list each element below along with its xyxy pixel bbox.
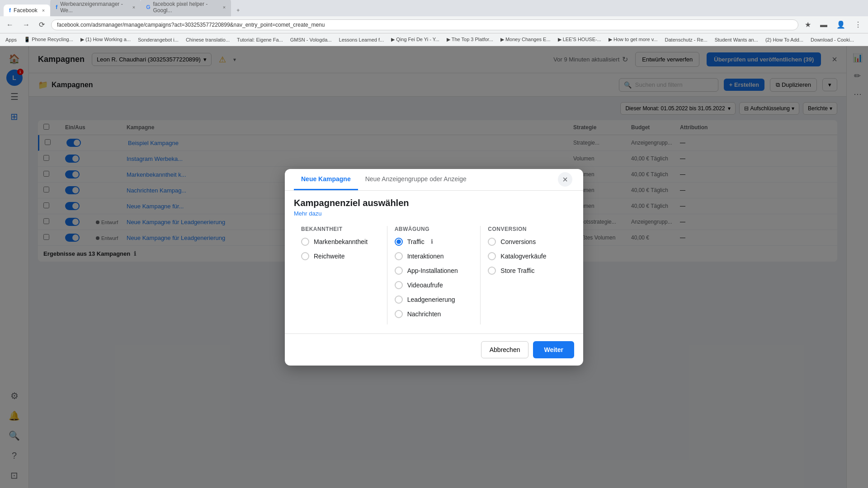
modal-title: Kampagnenziel auswählen <box>294 198 574 208</box>
menu-btn[interactable]: ⋮ <box>852 19 864 30</box>
modal-header-inner: Kampagnenziel auswählen Mehr dazu <box>294 198 574 217</box>
option-app-installationen[interactable]: App-Installationen <box>395 267 473 275</box>
bookmark-4[interactable]: Chinese translatio... <box>184 36 231 43</box>
bookmark-15[interactable]: (2) How To Add... <box>764 36 805 43</box>
new-tab-btn[interactable]: + <box>231 5 245 16</box>
radio-interaktionen[interactable] <box>395 252 403 260</box>
bookmark-9[interactable]: ▶ The Top 3 Platfor... <box>445 36 495 43</box>
address-bar-row: ← → ⟳ facebook.com/adsmanager/manage/cam… <box>0 16 868 33</box>
leadgenerierung-label: Leadgenerierung <box>407 296 455 303</box>
modal-body: Bekanntheit Markenbekanntheit Reichweite… <box>285 217 583 333</box>
tab-close-facebook[interactable]: × <box>42 8 45 13</box>
modal-overlay: Neue Kampagne Neue Anzeigengruppe oder A… <box>0 46 868 488</box>
weiter-btn[interactable]: Weiter <box>533 341 574 358</box>
option-store-traffic[interactable]: Store Traffic <box>488 267 567 275</box>
bookmark-1[interactable]: 📱 Phone Recycling... <box>22 36 75 43</box>
tab-pixel-helper[interactable]: G facebook pixel helper - Googl... × <box>141 0 231 16</box>
modal-footer: Abbrechen Weiter <box>285 333 583 366</box>
traffic-label: Traffic <box>407 238 425 245</box>
tab-close-ads[interactable]: × <box>132 5 135 10</box>
address-bar[interactable]: facebook.com/adsmanager/manage/campaigns… <box>51 19 798 30</box>
bookmark-12[interactable]: ▶ How to get more v... <box>607 36 660 43</box>
page: 🏠 L 1 ☰ ⊞ ⚙ 🔔 🔍 ? ⊡ Kampagnen Leon R. Ch… <box>0 46 868 488</box>
modal-close-btn[interactable]: × <box>558 172 572 187</box>
modal-tabs: Neue Kampagne Neue Anzeigengruppe oder A… <box>285 169 583 191</box>
tab-facebook[interactable]: f Facebook × <box>4 5 50 16</box>
address-text: facebook.com/adsmanager/manage/campaigns… <box>57 22 325 28</box>
bookmark-2[interactable]: ▶ (1) How Working a... <box>79 36 132 43</box>
star-btn[interactable]: ★ <box>802 19 814 30</box>
bookmark-7[interactable]: Lessons Learned f... <box>337 36 386 43</box>
radio-nachrichten[interactable] <box>395 310 403 318</box>
google-favicon: G <box>146 4 150 10</box>
extensions-btn[interactable]: ▬ <box>817 20 830 30</box>
forward-btn[interactable]: → <box>20 20 33 30</box>
nachrichten-label: Nachrichten <box>407 310 441 318</box>
bookmark-10[interactable]: ▶ Money Changes E... <box>499 36 552 43</box>
katalogverkaufe-label: Katalogverkäufe <box>500 253 546 260</box>
radio-videoaufrufe[interactable] <box>395 281 403 289</box>
radio-traffic[interactable] <box>395 238 403 246</box>
radio-app-installationen[interactable] <box>395 267 403 275</box>
radio-leadgenerierung[interactable] <box>395 296 403 304</box>
markenbekanntheit-label: Markenbekanntheit <box>314 238 368 245</box>
videoaufrufe-label: Videoaufrufe <box>407 282 443 289</box>
option-markenbekanntheit[interactable]: Markenbekanntheit <box>301 238 380 246</box>
app-installationen-label: App-Installationen <box>407 267 458 274</box>
tab-anzeigengruppe[interactable]: Neue Anzeigengruppe oder Anzeige <box>358 169 474 190</box>
bookmark-3[interactable]: Sonderangebot i... <box>136 36 180 43</box>
profile-btn[interactable]: 👤 <box>834 19 848 30</box>
option-nachrichten[interactable]: Nachrichten <box>395 310 473 318</box>
radio-reichweite[interactable] <box>301 252 309 260</box>
bookmark-8[interactable]: ▶ Qing Fei De Yi - Y... <box>389 36 441 43</box>
tab-pixel-label: facebook pixel helper - Googl... <box>153 1 218 14</box>
tab-close-pixel[interactable]: × <box>223 5 226 10</box>
tab-facebook-label: Facebook <box>14 7 38 14</box>
tab-neue-kampagne[interactable]: Neue Kampagne <box>294 169 358 190</box>
option-videoaufrufe[interactable]: Videoaufrufe <box>395 281 473 289</box>
bookmark-6[interactable]: GMSN - Vologda... <box>288 36 334 43</box>
tab-ads-manager[interactable]: f Werbeanzeigenmanager - We... × <box>50 0 141 16</box>
cancel-btn[interactable]: Abbrechen <box>481 341 529 358</box>
category-bekanntheit: Bekanntheit Markenbekanntheit Reichweite <box>294 226 387 324</box>
option-reichweite[interactable]: Reichweite <box>301 252 380 260</box>
bookmark-5[interactable]: Tutorial: Eigene Fa... <box>235 36 285 43</box>
radio-katalogverkaufe[interactable] <box>488 252 496 260</box>
option-traffic[interactable]: Traffic ℹ <box>395 238 473 246</box>
fb-favicon: f <box>56 4 57 10</box>
bookmarks-bar: Apps 📱 Phone Recycling... ▶ (1) How Work… <box>0 33 868 46</box>
bekanntheit-title: Bekanntheit <box>301 226 380 232</box>
tab-bar: f Facebook × f Werbeanzeigenmanager - We… <box>0 0 868 16</box>
conversions-label: Conversions <box>500 238 536 245</box>
option-katalogverkaufe[interactable]: Katalogverkäufe <box>488 252 567 260</box>
option-leadgenerierung[interactable]: Leadgenerierung <box>395 296 473 304</box>
bookmark-14[interactable]: Student Wants an... <box>713 36 760 43</box>
category-abwaegung: Abwägung Traffic ℹ Interaktionen App-Ins… <box>387 226 481 324</box>
back-btn[interactable]: ← <box>4 20 16 30</box>
bookmark-apps[interactable]: Apps <box>4 36 19 43</box>
reload-btn[interactable]: ⟳ <box>36 19 47 30</box>
campaign-goal-modal: Neue Kampagne Neue Anzeigengruppe oder A… <box>285 169 583 366</box>
option-interaktionen[interactable]: Interaktionen <box>395 252 473 260</box>
tab-ads-label: Werbeanzeigenmanager - We... <box>60 1 128 14</box>
reichweite-label: Reichweite <box>314 253 344 260</box>
store-traffic-label: Store Traffic <box>500 267 534 274</box>
bookmark-13[interactable]: Datenschutz - Re... <box>663 36 709 43</box>
modal-subtitle[interactable]: Mehr dazu <box>294 210 574 217</box>
category-conversion: Conversion Conversions Katalogverkäufe S… <box>481 226 574 324</box>
bookmark-11[interactable]: ▶ LEE'S HOUSE-... <box>556 36 603 43</box>
modal-header: Kampagnenziel auswählen Mehr dazu <box>285 191 583 217</box>
conversion-title: Conversion <box>488 226 567 232</box>
radio-store-traffic[interactable] <box>488 267 496 275</box>
facebook-favicon: f <box>9 7 11 14</box>
option-conversions[interactable]: Conversions <box>488 238 567 246</box>
abwaegung-title: Abwägung <box>395 226 473 232</box>
radio-markenbekanntheit[interactable] <box>301 238 309 246</box>
radio-conversions[interactable] <box>488 238 496 246</box>
traffic-info-icon[interactable]: ℹ <box>431 238 433 245</box>
bookmark-16[interactable]: Download - Cooki... <box>809 36 856 43</box>
browser-chrome: f Facebook × f Werbeanzeigenmanager - We… <box>0 0 868 46</box>
interaktionen-label: Interaktionen <box>407 253 444 260</box>
